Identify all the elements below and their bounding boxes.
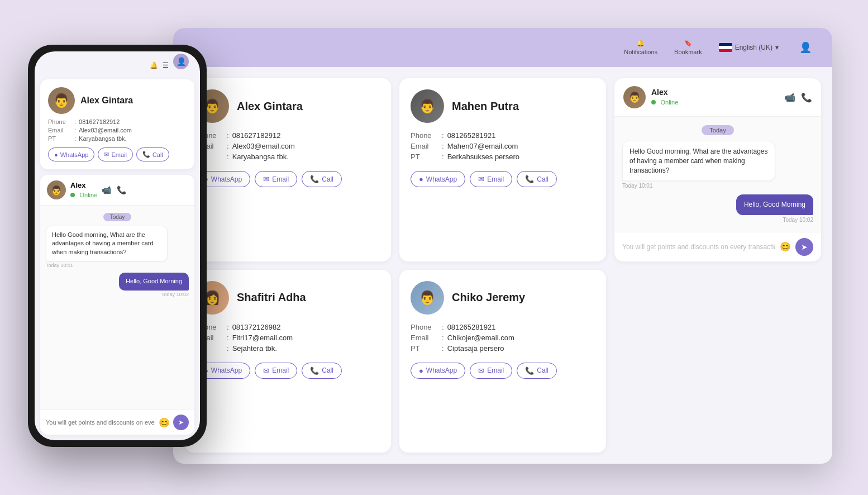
phone-whatsapp-button[interactable]: ● WhatsApp <box>48 147 94 161</box>
bookmark-item[interactable]: 🔖 Bookmark <box>674 40 702 55</box>
email-btn-2[interactable]: ✉ Email <box>470 171 512 187</box>
bell-icon: 🔔 <box>637 40 645 47</box>
chat-user-info: Alex Online <box>651 88 779 107</box>
notifications-item[interactable]: 🔔 Notifications <box>624 40 657 55</box>
phone-chat-avatar: 👨 <box>47 180 66 199</box>
label-phone-2: Phone <box>411 131 438 140</box>
value-pt-1: Karyabangsa tbk. <box>232 153 289 161</box>
received-time: Today 10:01 <box>622 183 775 189</box>
call-label-3: Call <box>322 367 333 374</box>
call-label-4: Call <box>537 367 549 374</box>
email-icon-2: ✉ <box>478 175 484 183</box>
phone-emoji-button[interactable]: 😊 <box>159 417 170 428</box>
phone-call-button[interactable]: 📞 Call <box>136 147 169 161</box>
user-avatar-face: 👤 <box>795 37 815 58</box>
call-icon-1: 📞 <box>310 175 319 183</box>
avatar-mahen-putra: 👨 <box>411 89 444 123</box>
value-email-1: Alex03@email.com <box>232 142 295 150</box>
value-email-4: Chikojer@email.com <box>447 334 514 342</box>
email-row-4: Email : Chikojer@email.com <box>411 334 595 342</box>
chat-message-input[interactable] <box>622 243 775 251</box>
phone-chat-input[interactable] <box>46 419 155 426</box>
email-btn-3[interactable]: ✉ Email <box>255 363 297 379</box>
phone-received-time: Today 10:01 <box>46 263 168 268</box>
call-btn-1[interactable]: 📞 Call <box>302 171 342 187</box>
pt-row-3: PT : Sejahtera tbk. <box>195 344 380 353</box>
call-btn-3[interactable]: 📞 Call <box>302 363 342 379</box>
phone-email-button[interactable]: ✉ Email <box>98 147 133 161</box>
chat-header: 👨 Alex Online 📹 📞 <box>614 78 821 117</box>
chat-body: Today Hello Good morning, What are the a… <box>614 117 821 232</box>
phone-row-1: Phone : 081627182912 <box>195 131 380 140</box>
call-btn-2[interactable]: 📞 Call <box>517 171 557 187</box>
chat-phone-icon[interactable]: 📞 <box>801 92 812 103</box>
actions-chiko: ● WhatsApp ✉ Email 📞 Call <box>411 363 595 379</box>
call-icon-3: 📞 <box>310 367 319 375</box>
call-icon-4: 📞 <box>525 367 534 375</box>
phone-label-email: Email <box>48 127 71 134</box>
whatsapp-icon-4: ● <box>419 367 423 375</box>
chat-online-text: Online <box>660 99 678 106</box>
empty-cell <box>614 270 821 453</box>
phone-info-email: Email : Alex03@email.com <box>48 127 187 134</box>
phone-whatsapp-icon: ● <box>54 151 58 158</box>
chat-send-button[interactable]: ➤ <box>795 238 813 256</box>
info-chiko: Phone : 081265281921 Email : Chikojer@em… <box>411 323 595 353</box>
email-icon-1: ✉ <box>263 175 269 183</box>
info-mahen-putra: Phone : 081265281921 Email : Mahen07@ema… <box>411 131 595 161</box>
chat-header-actions: 📹 📞 <box>784 92 812 103</box>
phone-contact-name: Alex Gintara <box>80 96 133 106</box>
phone-input-area: 😊 ➤ <box>40 410 194 435</box>
phone-chat-name-block: Alex Online <box>70 181 97 199</box>
phone-menu-icon: ☰ <box>163 61 169 69</box>
chat-day-divider: Today <box>622 125 813 135</box>
phone-email-icon: ✉ <box>104 151 109 158</box>
call-label-1: Call <box>322 175 333 183</box>
whatsapp-btn-2[interactable]: ● WhatsApp <box>411 171 465 187</box>
contact-header-3: 👩 Shafitri Adha <box>195 281 380 315</box>
chat-panel: 👨 Alex Online 📹 📞 Today <box>614 78 821 261</box>
contact-header-2: 👨 Mahen Putra <box>411 89 595 123</box>
sent-message: Hello, Good Morning Today 10:02 <box>736 194 813 223</box>
contact-card-mahen-putra: 👨 Mahen Putra Phone : 081265281921 Email… <box>399 78 606 261</box>
phone-email-label: Email <box>111 151 127 158</box>
phone-sent-msg: Hello, Good Morning Today 10:02 <box>119 273 189 297</box>
bookmark-icon: 🔖 <box>684 40 692 47</box>
phone-value-pt: Karyabangsa tbk. <box>79 135 127 142</box>
call-btn-4[interactable]: 📞 Call <box>517 363 557 379</box>
email-row-3: Email : Fitri17@email.com <box>195 334 380 342</box>
phone-received-bubble: Hello Good morning, What are the advanta… <box>46 226 168 261</box>
name-mahen-putra: Mahen Putra <box>452 100 519 113</box>
value-phone-1: 081627182912 <box>232 131 281 140</box>
phone-call-icon: 📞 <box>142 151 150 158</box>
email-icon-4: ✉ <box>478 367 484 375</box>
label-phone-4: Phone <box>411 323 438 331</box>
phone-day-badge: Today <box>103 213 132 221</box>
whatsapp-btn-4[interactable]: ● WhatsApp <box>411 363 465 379</box>
colon-3: : <box>227 153 229 161</box>
email-btn-1[interactable]: ✉ Email <box>255 171 297 187</box>
phone-send-button[interactable]: ➤ <box>173 415 189 430</box>
phone-call2-icon[interactable]: 📞 <box>117 185 126 194</box>
phone-contact-header: 👨 Alex Gintara <box>48 87 187 114</box>
notifications-label: Notifications <box>624 49 657 55</box>
email-btn-4[interactable]: ✉ Email <box>470 363 512 379</box>
phone-whatsapp-label: WhatsApp <box>60 151 89 158</box>
phone-chat-action-icons: 📹 📞 <box>102 185 126 194</box>
avatar-chiko: 👨 <box>411 281 444 315</box>
phone-user-avatar[interactable]: 👤 <box>173 54 189 69</box>
language-selector[interactable]: English (UK) ▾ <box>719 43 779 52</box>
chat-status-line: Online <box>651 97 779 107</box>
whatsapp-label-2: WhatsApp <box>426 175 457 183</box>
chat-emoji-button[interactable]: 😊 <box>780 241 791 252</box>
value-phone-3: 081372126982 <box>232 323 281 331</box>
phone-colon-2: : <box>74 127 76 134</box>
chat-video-icon[interactable]: 📹 <box>784 92 795 103</box>
phone-row-2: Phone : 081265281921 <box>411 131 595 140</box>
user-profile-avatar[interactable]: 👤 <box>795 37 815 58</box>
sent-bubble: Hello, Good Morning <box>736 194 813 215</box>
email-label-4: Email <box>487 367 504 374</box>
call-label-2: Call <box>537 175 549 183</box>
contact-card-chiko: 👨 Chiko Jeremy Phone : 081265281921 Emai… <box>399 270 606 453</box>
phone-video-icon[interactable]: 📹 <box>102 185 111 194</box>
